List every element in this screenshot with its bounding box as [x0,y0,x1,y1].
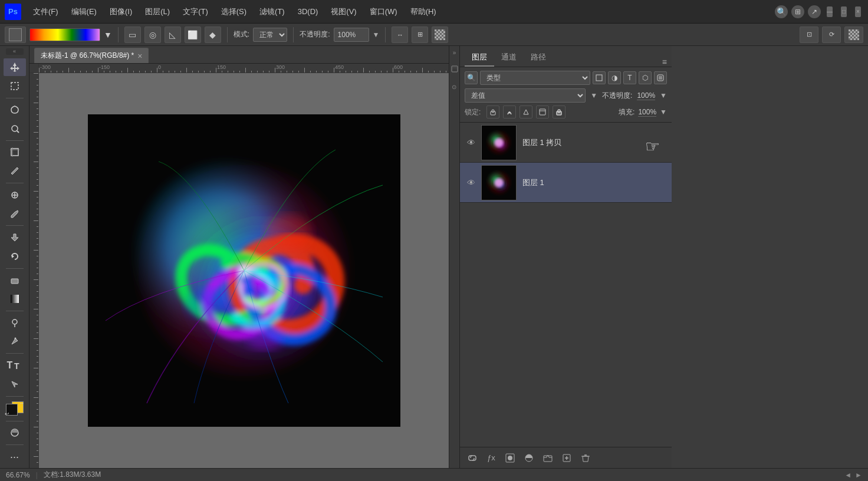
tab-close-btn[interactable]: × [137,51,142,61]
panel-adjust-icon[interactable]: ⊙ [451,78,459,95]
mode-select[interactable]: 正常 [253,28,287,42]
link-layers-btn[interactable] [465,450,480,466]
dodge-tool[interactable] [4,314,26,332]
move-tool[interactable] [4,58,26,76]
menu-filter[interactable]: 滤镜(T) [254,4,291,19]
lock-all-btn[interactable] [553,106,565,118]
lock-position-btn[interactable] [520,106,532,118]
reverse-btn[interactable]: ↔ [392,27,408,43]
fill-arrow[interactable]: ▼ [660,108,667,116]
tool-preset-btn[interactable] [5,27,26,43]
shape-radial-btn[interactable]: ◎ [144,27,161,43]
layer-visibility-copy[interactable]: 👁 [465,136,478,149]
gradient-tool[interactable] [4,290,26,308]
fx-btn[interactable]: ƒx [484,450,499,466]
transparency-btn[interactable] [432,27,448,43]
filter-search-icon[interactable]: 🔍 [465,71,478,84]
panel-3d-icon[interactable] [451,60,459,78]
filter-type-select[interactable]: 类型 [480,71,590,85]
menu-select[interactable]: 选择(S) [215,4,252,19]
arrange-button[interactable]: ⊞ [791,5,804,18]
clone-stamp-tool[interactable] [4,229,26,246]
menu-image[interactable]: 图像(I) [104,4,138,19]
layers-list[interactable]: 👁 [460,123,672,447]
opacity-arrow2[interactable]: ▼ [660,91,667,100]
menu-text[interactable]: 文字(T) [177,4,214,19]
more-tools-btn[interactable]: ··· [4,448,26,466]
layer-item-copy[interactable]: 👁 [460,123,672,163]
menu-file[interactable]: 文件(F) [27,4,64,19]
gradient-dropdown[interactable]: ▼ [104,30,112,39]
eyedropper-tool[interactable] [4,162,26,180]
healing-brush-tool[interactable] [4,186,26,204]
opacity-dropdown[interactable]: ▼ [373,31,380,39]
lock-pixels-btn[interactable] [503,106,516,118]
dither-btn[interactable]: ⊞ [412,27,428,43]
new-layer-btn[interactable] [559,450,574,466]
toolbar-collapse[interactable]: « [6,48,24,55]
delete-layer-btn[interactable] [578,450,593,466]
minimize-button[interactable]: — [827,6,833,17]
lock-transparent-btn[interactable] [486,106,499,118]
share-button[interactable]: ↗ [808,5,821,18]
panel-menu-btn[interactable]: ≡ [657,57,672,67]
tab-layers[interactable]: 图层 [465,49,494,67]
type-tool[interactable]: T T [4,357,26,374]
filter-type-btn[interactable]: T [623,71,636,84]
menu-layer[interactable]: 图层(L) [139,4,176,19]
eraser-tool[interactable] [4,272,26,289]
menu-edit[interactable]: 编辑(E) [65,4,103,19]
tab-paths[interactable]: 路径 [524,49,553,67]
svg-rect-37 [557,111,561,115]
layer-visibility-1[interactable]: 👁 [465,176,478,189]
opacity-input[interactable] [334,28,369,42]
layer-item-1[interactable]: 👁 [460,163,672,203]
shape-diamond-btn[interactable]: ◆ [205,27,221,43]
marquee-tool[interactable] [4,77,26,95]
add-adjustment-btn[interactable] [521,450,537,466]
canvas-scroll-area[interactable] [39,73,449,468]
document-tab[interactable]: 未标题-1 @ 66.7%(RGB/8#) * × [34,48,149,63]
rotate-view-btn[interactable]: ⟳ [822,27,841,43]
lock-artboard-btn[interactable] [536,106,549,118]
tab-channels[interactable]: 通道 [494,49,524,67]
close-button[interactable]: × [855,6,861,17]
quick-select-tool[interactable] [4,120,26,137]
pen-tool[interactable] [4,333,26,351]
brush-tool[interactable] [4,205,26,223]
filter-smart-btn[interactable] [654,71,667,84]
menu-window[interactable]: 窗口(W) [364,4,403,19]
menu-help[interactable]: 帮助(H) [405,4,442,19]
foreground-background-colors[interactable]: ↔ ↩ [4,399,26,417]
new-group-btn[interactable] [540,450,555,466]
svg-point-43 [494,138,503,147]
eye-icon-copy: 👁 [467,138,475,147]
shape-angle-btn[interactable]: ◺ [165,27,181,43]
shape-reflect-btn[interactable]: ⬜ [185,27,201,43]
filter-shape-btn[interactable]: ⬡ [639,71,652,84]
lock-label: 锁定: [465,107,481,117]
scroll-right-btn[interactable]: ► [855,471,862,479]
gradient-preview[interactable] [29,28,100,41]
path-select-tool[interactable] [4,375,26,393]
add-mask-btn[interactable] [502,450,518,466]
blend-mode-select[interactable]: 差值 [465,88,586,103]
shape-linear-btn[interactable]: ▭ [124,27,141,43]
menu-view[interactable]: 视图(V) [325,4,362,19]
checkerboard-btn[interactable] [844,27,863,43]
filter-pixel-btn[interactable] [593,71,606,84]
zoom-level: 66.67% [6,471,30,479]
menu-3d[interactable]: 3D(D) [292,5,324,18]
search-button[interactable]: 🔍 [775,5,788,18]
workspace-btn[interactable]: ⊡ [800,27,818,43]
filter-adjust-btn[interactable]: ◑ [608,71,621,84]
quick-mask-btn[interactable] [4,424,26,442]
svg-rect-1 [11,83,18,90]
maximize-button[interactable]: □ [841,6,847,17]
scroll-left-btn[interactable]: ◄ [844,471,851,479]
history-brush-tool[interactable] [4,248,26,265]
collapse-right-btn[interactable]: » [451,48,459,57]
opacity-dropdown-arrow[interactable]: ▼ [590,91,597,100]
crop-tool[interactable] [4,144,26,162]
lasso-tool[interactable] [4,101,26,118]
